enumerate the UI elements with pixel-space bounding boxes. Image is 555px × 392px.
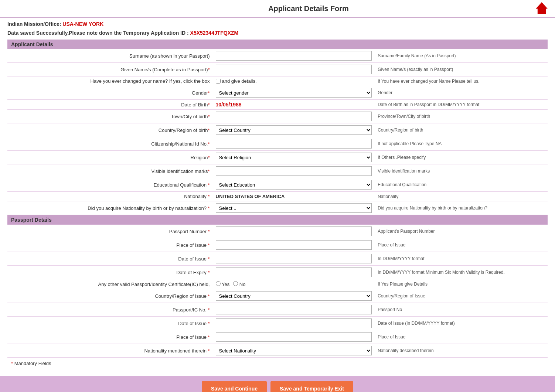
citizenship-id-row: Citizenship/National Id No.* If not appl… — [7, 137, 548, 151]
other-passport-row: Any other valid Passport/Identity Certif… — [7, 279, 548, 289]
nationality-therein-select[interactable]: Select Nationality — [216, 346, 372, 355]
date-issue2-input[interactable] — [216, 318, 372, 328]
education-label: Educational Qualification * — [7, 178, 213, 192]
country-issue-select[interactable]: Select Country — [216, 291, 372, 301]
home-icon-wrapper[interactable] — [536, 2, 548, 15]
given-names-input[interactable] — [216, 65, 372, 74]
mandatory-note: * Mandatory Fields — [7, 358, 548, 369]
citizenship-id-input-cell — [213, 137, 375, 151]
citizenship-id-input[interactable] — [216, 139, 372, 149]
applicant-details-table: Surname (as shown in your Passport) Surn… — [7, 49, 548, 215]
other-passport-radio-group: Yes No — [216, 281, 372, 287]
footer-bar: Save and Continue Save and Temporarily E… — [0, 376, 555, 392]
religion-input-cell: Select Religion Hindu Muslim Christian S… — [213, 151, 375, 164]
dob-value: 10/05/1988 — [216, 102, 242, 108]
nationality-therein-row: Nationality mentioned therein * Select N… — [7, 344, 548, 358]
visible-marks-row: Visible identification marks* Visible id… — [7, 164, 548, 178]
date-issue2-label: Date of Issue * — [7, 317, 213, 330]
date-expiry-help: In DD/MM/YYYY format.Minimum Six Month V… — [375, 266, 548, 279]
nationality-help: Nationality — [375, 192, 548, 201]
place-issue-input-cell — [213, 238, 375, 252]
place-issue-input[interactable] — [216, 240, 372, 250]
place-issue2-label: Place of Issue * — [7, 330, 213, 344]
surname-label: Surname (as shown in your Passport) — [7, 49, 213, 63]
nationality-acquire-label: Did you acquire Nationality by birth or … — [7, 201, 213, 215]
dob-help: Date of Birth as in Passport in DD/MM/YY… — [375, 100, 548, 110]
town-birth-input[interactable] — [216, 112, 372, 121]
save-exit-button[interactable]: Save and Temporarily Exit — [270, 381, 353, 392]
passport-details-table: Passport Number * Applicant's Passport N… — [7, 225, 548, 358]
passport-details-header: Passport Details — [7, 215, 548, 225]
town-birth-label: Town/City of birth* — [7, 110, 213, 123]
page-wrapper: Applicant Details Form Indian Mission/Of… — [0, 0, 555, 392]
other-passport-yes-radio[interactable] — [216, 281, 221, 286]
passport-ic-input-cell — [213, 303, 375, 317]
dob-value-cell: 10/05/1988 — [213, 100, 375, 110]
nationality-acquire-row: Did you acquire Nationality by birth or … — [7, 201, 548, 215]
success-text: Data saved Successfully.Please note down… — [7, 30, 189, 36]
country-issue-help: Country/Region of Issue — [375, 289, 548, 303]
other-passport-no-radio[interactable] — [233, 281, 238, 286]
gender-select[interactable]: Select gender Male Female Other — [216, 88, 372, 98]
nationality-label: Nationality * — [7, 192, 213, 201]
visible-marks-help: Visible identification marks — [375, 164, 548, 178]
religion-select[interactable]: Select Religion Hindu Muslim Christian S… — [216, 153, 372, 162]
passport-ic-input[interactable] — [216, 305, 372, 314]
country-birth-label: Country/Region of birth* — [7, 123, 213, 137]
surname-input-cell — [213, 49, 375, 63]
gender-row: Gender* Select gender Male Female Other … — [7, 86, 548, 100]
surname-help: Surname/Family Name (As in Passport) — [375, 49, 548, 63]
dob-label: Date of Birth* — [7, 100, 213, 110]
gender-label: Gender* — [7, 86, 213, 100]
header-bar: Applicant Details Form — [0, 0, 555, 18]
place-issue2-row: Place of Issue * Place of Issue — [7, 330, 548, 344]
nationality-row: Nationality * UNITED STATES OF AMERICA N… — [7, 192, 548, 201]
country-issue-label: Country/Region of Issue * — [7, 289, 213, 303]
passport-number-input[interactable] — [216, 226, 372, 236]
mission-line: Indian Mission/Office: USA-NEW YORK — [7, 21, 548, 27]
town-birth-row: Town/City of birth* Province/Town/City o… — [7, 110, 548, 123]
name-changed-checkbox[interactable] — [216, 79, 221, 83]
mission-label: Indian Mission/Office: — [7, 21, 61, 27]
date-expiry-input[interactable] — [216, 267, 372, 277]
date-expiry-row: Date of Expiry * In DD/MM/YYYY format.Mi… — [7, 266, 548, 279]
other-passport-no-label[interactable]: No — [233, 281, 245, 287]
visible-marks-input-cell — [213, 164, 375, 178]
place-issue2-input[interactable] — [216, 332, 372, 342]
surname-row: Surname (as shown in your Passport) Surn… — [7, 49, 548, 63]
town-birth-input-cell — [213, 110, 375, 123]
town-birth-help: Province/Town/City of birth — [375, 110, 548, 123]
place-issue-help: Place of Issue — [375, 238, 548, 252]
country-issue-input-cell: Select Country — [213, 289, 375, 303]
country-issue-row: Country/Region of Issue * Select Country… — [7, 289, 548, 303]
education-select[interactable]: Select Education Below Matriculation Mat… — [216, 180, 372, 190]
date-issue-input[interactable] — [216, 254, 372, 263]
religion-label: Religion* — [7, 151, 213, 164]
save-continue-button[interactable]: Save and Continue — [202, 381, 267, 392]
other-passport-yes-label[interactable]: Yes — [216, 281, 230, 287]
nationality-therein-input-cell: Select Nationality — [213, 344, 375, 358]
home-icon — [536, 2, 548, 14]
nationality-acquire-select[interactable]: Select .. By Birth By Naturalization — [216, 203, 372, 213]
date-expiry-input-cell — [213, 266, 375, 279]
applicant-details-header: Applicant Details — [7, 40, 548, 49]
page-title: Applicant Details Form — [81, 4, 536, 13]
visible-marks-input[interactable] — [216, 166, 372, 176]
education-input-cell: Select Education Below Matriculation Mat… — [213, 178, 375, 192]
gender-help: Gender — [375, 86, 548, 100]
date-issue2-help: Date of Issue (In DD/MM/YYYY format) — [375, 317, 548, 330]
passport-number-input-cell — [213, 225, 375, 238]
name-changed-help: If You have ever changed your Name Pleas… — [375, 76, 548, 86]
country-birth-select[interactable]: Select Country — [216, 125, 372, 135]
nationality-acquire-help: Did you acquire Nationality by birth or … — [375, 201, 548, 215]
name-changed-input-cell: and give details. — [213, 76, 375, 86]
visible-marks-label: Visible identification marks* — [7, 164, 213, 178]
place-issue-label: Place of Issue * — [7, 238, 213, 252]
given-names-label: Given Name/s (Complete as in Passport)* — [7, 63, 213, 76]
religion-row: Religion* Select Religion Hindu Muslim C… — [7, 151, 548, 164]
given-names-input-cell — [213, 63, 375, 76]
mandatory-text: Mandatory Fields — [14, 361, 51, 366]
surname-input[interactable] — [216, 51, 372, 61]
nationality-therein-help: Nationality described therein — [375, 344, 548, 358]
date-issue-input-cell — [213, 252, 375, 266]
